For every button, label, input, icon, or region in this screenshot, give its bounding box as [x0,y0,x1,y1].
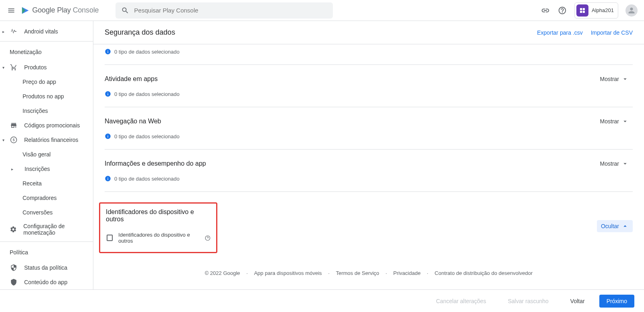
sidebar-item-codigos[interactable]: Códigos promocionais [0,118,93,133]
sidebar-item-label: Compradores [23,195,57,201]
info-icon [105,133,111,139]
logo-text: Google Play Console [32,6,99,15]
chevron-down-icon [621,160,629,167]
sidebar-item-conteudo[interactable]: Conteúdo do app [0,275,93,289]
sidebar-item-label: Conteúdo do app [24,279,67,285]
sidebar-item-compradores[interactable]: Compradores [0,191,93,205]
info-icon [105,175,111,182]
sidebar-item-android-vitals[interactable]: ▸ Android vitals [0,24,93,39]
sidebar-item-receita[interactable]: Receita [0,176,93,191]
money-icon: $ [10,136,18,144]
sidebar-item-label: Status da política [24,264,67,271]
account-name: Alpha201 [592,7,614,13]
sidebar-item-label: Produtos no app [23,93,64,100]
sidebar-item-label: Conversões [23,209,53,216]
sidebar-item-label: Android vitals [24,28,58,35]
avatar[interactable] [625,4,638,17]
sidebar-section-monetizacao: Monetização [0,44,93,60]
section-title-atividade: Atividade em apps [105,75,158,83]
footer-app-mobile[interactable]: App para dispositivos móveis [254,270,322,276]
sidebar-section-politica: Política [0,244,93,260]
toggle-hide-identificadores[interactable]: Ocultar [597,220,633,232]
sidebar-item-config[interactable]: Configuração de monetização [0,220,93,239]
chevron-down-icon: ▾ [2,65,4,70]
sidebar-item-visao[interactable]: Visão geral [0,147,93,162]
help-question-icon[interactable] [205,235,211,241]
svg-rect-0 [580,8,582,10]
sidebar-item-label: Receita [23,180,41,187]
sidebar-item-inscricoes[interactable]: Inscrições [0,104,93,118]
toggle-show-atividade[interactable]: Mostrar [596,73,633,85]
shield-icon [10,264,18,272]
sidebar-item-label: Códigos promocionais [24,122,80,129]
checkbox-identificadores[interactable] [107,235,113,241]
section-title-info-desempenho: Informações e desempenho do app [105,160,206,167]
chevron-down-icon: ▾ [2,138,4,142]
sidebar-item-produtos[interactable]: ▾ Produtos [0,60,93,75]
checkbox-label: Identificadores do dispositivo e outros [118,232,199,244]
footer-termos[interactable]: Termos de Serviço [336,270,379,276]
section-title-identificadores: Identificadores do dispositivo e outros [106,208,211,223]
chevron-up-icon [621,223,629,230]
section-title-navegacao: Navegação na Web [105,118,161,125]
sidebar-item-conversoes[interactable]: Conversões [0,205,93,220]
search-icon [121,6,129,15]
shield-icon [10,278,18,286]
sidebar-item-label: Produtos [24,64,47,71]
menu-icon[interactable] [6,6,16,15]
account-badge-icon [576,4,588,17]
svg-rect-2 [580,10,582,12]
sidebar-item-produtos-app[interactable]: Produtos no app [0,89,93,104]
info-icon [105,91,111,97]
info-text: 0 tipo de dados selecionado [114,91,180,97]
footer-contrato[interactable]: Contrato de distribuição do desenvolvedo… [435,270,533,276]
sidebar-item-label: Relatórios financeiros [24,137,78,143]
svg-text:$: $ [12,138,14,142]
svg-rect-1 [583,8,585,10]
store-icon [10,121,18,129]
search-box[interactable] [116,2,333,19]
link-icon[interactable] [541,6,550,15]
toggle-show-info[interactable]: Mostrar [596,158,633,170]
toggle-show-navegacao[interactable]: Mostrar [596,115,633,127]
info-text: 0 tipo de dados selecionado [114,133,180,139]
help-icon[interactable] [557,6,567,15]
sidebar: ▸ Android vitals Monetização ▾ Produtos … [0,21,93,289]
logo[interactable]: Google Play Console [21,6,99,15]
cart-icon [10,63,18,71]
sidebar-item-label: Visão geral [23,151,51,158]
chevron-right-icon: ▸ [11,167,13,171]
sidebar-item-label: Inscrições [23,108,48,114]
sidebar-item-relatorios[interactable]: ▾ $ Relatórios financeiros [0,133,93,147]
chevron-right-icon: ▸ [2,29,4,34]
search-input[interactable] [134,7,327,14]
info-icon [105,48,111,55]
sidebar-item-label: Configuração de monetização [23,223,83,236]
footer-links: © 2022 Google · App para dispositivos mó… [105,260,633,286]
sidebar-item-inscricoes2[interactable]: ▸ Inscrições [0,162,93,176]
export-csv-link[interactable]: Exportar para .csv [537,29,583,36]
highlighted-section: Identificadores do dispositivo e outros … [99,202,217,253]
account-chip[interactable]: Alpha201 [574,2,618,19]
svg-rect-3 [583,10,585,12]
info-text: 0 tipo de dados selecionado [114,49,180,55]
page-title: Segurança dos dados [105,28,175,37]
sidebar-item-label: Inscrições [25,166,50,172]
sidebar-item-status[interactable]: Status da política [0,260,93,275]
sidebar-item-preco[interactable]: Preço do app [0,75,93,89]
chevron-down-icon [621,75,629,83]
info-text: 0 tipo de dados selecionado [114,176,180,182]
sidebar-item-label: Preço do app [23,79,56,85]
chevron-down-icon [621,118,629,125]
play-logo-icon [21,6,30,15]
gear-icon [10,225,17,233]
vitals-icon [10,27,18,35]
footer-copyright: © 2022 Google [205,270,240,276]
footer-privacidade[interactable]: Privacidade [393,270,421,276]
import-csv-link[interactable]: Importar de CSV [591,29,633,36]
